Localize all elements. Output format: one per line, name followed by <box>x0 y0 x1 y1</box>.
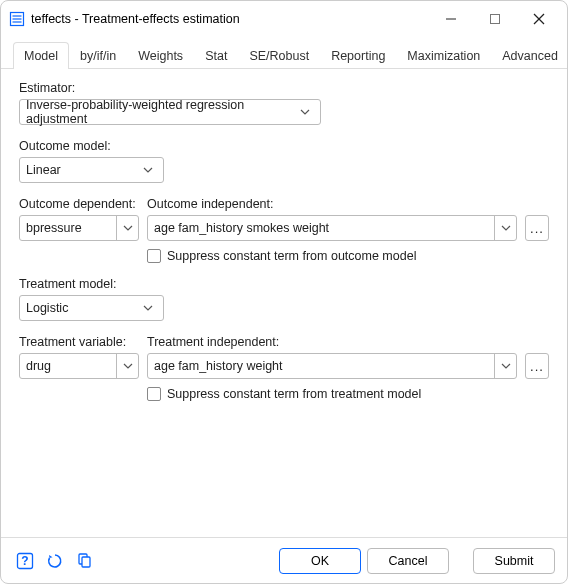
estimator-select[interactable]: Inverse-probability-weighted regression … <box>19 99 321 125</box>
outcome-independent-label: Outcome independent: <box>147 197 517 211</box>
chevron-down-icon <box>494 354 516 378</box>
treatment-independent-combo[interactable]: age fam_history weight <box>147 353 517 379</box>
treatment-variable-label: Treatment variable: <box>19 335 139 349</box>
tab-model[interactable]: Model <box>13 42 69 69</box>
outcome-independent-value: age fam_history smokes weight <box>154 221 329 235</box>
chevron-down-icon <box>139 296 157 320</box>
outcome-dependent-label: Outcome dependent: <box>19 197 139 211</box>
titlebar: teffects - Treatment-effects estimation <box>1 1 567 37</box>
suppress-outcome-checkbox[interactable] <box>147 249 161 263</box>
chevron-down-icon <box>494 216 516 240</box>
maximize-button[interactable] <box>473 4 517 34</box>
outcome-model-select[interactable]: Linear <box>19 157 164 183</box>
tab-stat[interactable]: Stat <box>194 42 238 69</box>
tabs: Model by/if/in Weights Stat SE/Robust Re… <box>1 37 567 69</box>
tab-panel-model: Estimator: Inverse-probability-weighted … <box>1 69 567 537</box>
outcome-independent-combo[interactable]: age fam_history smokes weight <box>147 215 517 241</box>
suppress-treatment-checkbox[interactable] <box>147 387 161 401</box>
treatment-variable-combo[interactable]: drug <box>19 353 139 379</box>
treatment-model-select[interactable]: Logistic <box>19 295 164 321</box>
cancel-button[interactable]: Cancel <box>367 548 449 574</box>
chevron-down-icon <box>139 158 157 182</box>
estimator-value: Inverse-probability-weighted regression … <box>26 98 297 126</box>
suppress-treatment-label: Suppress constant term from treatment mo… <box>167 387 421 401</box>
reset-button[interactable] <box>43 549 67 573</box>
close-button[interactable] <box>517 4 561 34</box>
treatment-independent-more-button[interactable]: ... <box>525 353 549 379</box>
treatment-independent-label: Treatment independent: <box>147 335 517 349</box>
outcome-independent-more-button[interactable]: ... <box>525 215 549 241</box>
minimize-button[interactable] <box>429 4 473 34</box>
chevron-down-icon <box>116 354 138 378</box>
tab-advanced[interactable]: Advanced <box>491 42 568 69</box>
tab-weights[interactable]: Weights <box>127 42 194 69</box>
svg-rect-5 <box>491 15 500 24</box>
treatment-variable-value: drug <box>26 359 51 373</box>
copy-button[interactable] <box>73 549 97 573</box>
chevron-down-icon <box>297 100 314 124</box>
help-button[interactable]: ? <box>13 549 37 573</box>
submit-button[interactable]: Submit <box>473 548 555 574</box>
tab-maximization[interactable]: Maximization <box>396 42 491 69</box>
ok-button[interactable]: OK <box>279 548 361 574</box>
window-buttons <box>429 4 561 34</box>
tab-se-robust[interactable]: SE/Robust <box>238 42 320 69</box>
app-icon <box>9 11 25 27</box>
svg-rect-11 <box>82 557 90 567</box>
tab-reporting[interactable]: Reporting <box>320 42 396 69</box>
dialog-window: teffects - Treatment-effects estimation … <box>0 0 568 584</box>
svg-text:?: ? <box>21 554 28 568</box>
suppress-outcome-label: Suppress constant term from outcome mode… <box>167 249 416 263</box>
window-title: teffects - Treatment-effects estimation <box>31 12 429 26</box>
outcome-dependent-combo[interactable]: bpressure <box>19 215 139 241</box>
estimator-label: Estimator: <box>19 81 549 95</box>
tab-by-if-in[interactable]: by/if/in <box>69 42 127 69</box>
chevron-down-icon <box>116 216 138 240</box>
treatment-independent-value: age fam_history weight <box>154 359 283 373</box>
outcome-model-value: Linear <box>26 163 61 177</box>
footer: ? OK Cancel Submit <box>1 537 567 583</box>
outcome-dependent-value: bpressure <box>26 221 82 235</box>
treatment-model-value: Logistic <box>26 301 68 315</box>
outcome-model-label: Outcome model: <box>19 139 549 153</box>
treatment-model-label: Treatment model: <box>19 277 549 291</box>
